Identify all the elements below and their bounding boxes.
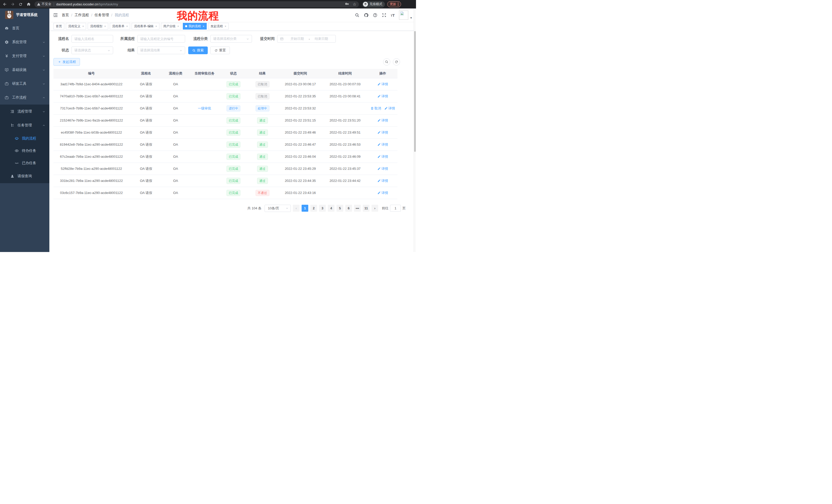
close-icon[interactable]: × [225,25,226,28]
detail-action[interactable]: 详情 [378,155,388,159]
start-date-placeholder[interactable]: 开始日期 [286,36,309,41]
hamburger-icon[interactable] [53,12,58,18]
address-bar[interactable]: 不安全 dashboard.yudao.iocoder.cn/bpm/task/… [34,1,359,7]
next-page-button[interactable]: › [371,205,378,212]
github-icon[interactable] [364,13,368,18]
tab-我的流程[interactable]: 我的流程× [183,23,206,30]
page-button-6[interactable]: 6 [345,205,352,212]
sidebar-item-流程管理[interactable]: 流程管理 [0,105,49,118]
detail-action[interactable]: 详情 [378,191,388,195]
tab-首页[interactable]: 首页 [53,23,64,30]
refresh-table-button[interactable] [393,58,400,65]
sidebar-item-支付管理[interactable]: 支付管理 [0,49,49,63]
prev-page-button[interactable]: ‹ [293,205,300,212]
cell-current-task [188,138,220,150]
eye-open-icon [15,149,19,153]
pagination: 共 104 条 10条/页 ‹ 123456•••11 › 前往 页 [53,205,406,212]
close-icon[interactable]: × [155,25,157,28]
tab-发起流程[interactable]: 发起流程× [208,23,229,30]
search-icon[interactable] [355,13,359,18]
cell-status: 已完成 [220,187,246,199]
help-icon[interactable] [373,13,378,18]
detail-action[interactable]: 详情 [384,106,395,111]
browser-home-icon[interactable] [25,1,32,8]
tab-label: 流程模型 [90,24,102,29]
fullscreen-icon[interactable] [382,13,386,18]
category-select[interactable]: 请选择流程分类 [210,35,252,43]
sidebar-item-请假查询[interactable]: 请假查询 [0,169,49,183]
detail-action[interactable]: 详情 [378,142,388,147]
page-button-1[interactable]: 1 [302,205,308,212]
cell-current-task [188,150,220,163]
breadcrumb-item[interactable]: 首页 [62,13,69,18]
name-input[interactable] [72,35,113,43]
page-button-2[interactable]: 2 [310,205,317,212]
toggle-search-button[interactable] [383,58,390,65]
sidebar-item-研发工具[interactable]: 研发工具 [0,77,49,91]
scrollbar-thumb[interactable] [414,31,416,152]
tab-流程模型[interactable]: 流程模型× [88,23,108,30]
status-select[interactable]: 请选择状态 [72,47,113,54]
sidebar-item-任务管理[interactable]: 任务管理 [0,118,49,132]
name-input-field[interactable] [74,37,110,41]
more-pages-icon[interactable]: ••• [354,205,361,212]
bookmark-star-icon[interactable]: ☆ [353,2,356,7]
sidebar-item-工作流程[interactable]: 工作流程 [0,91,49,105]
goto-page-input[interactable] [390,205,401,212]
close-icon[interactable]: × [126,25,128,28]
cancel-action[interactable]: 取消 [370,106,381,111]
scrollbar[interactable] [414,8,416,252]
breadcrumb-item[interactable]: 任务管理 [95,13,109,18]
cell-submit-time: 2022-01-22 23:53:32 [279,102,322,114]
close-icon[interactable]: × [82,25,84,28]
search-button[interactable]: 搜索 [188,47,208,54]
tab-流程表单-编辑[interactable]: 流程表单-编辑× [132,23,159,30]
process-input[interactable] [137,35,185,43]
sidebar-item-系统管理[interactable]: 系统管理 [0,35,49,49]
cell-id: 2152467e-7b9b-11ec-9a1b-acde48001122 [53,114,129,127]
detail-action[interactable]: 详情 [378,178,388,183]
page-button-5[interactable]: 5 [337,205,343,212]
detail-action[interactable]: 详情 [378,94,388,99]
close-icon[interactable]: × [203,25,204,28]
reset-button[interactable]: 重置 [210,47,230,54]
detail-action[interactable]: 详情 [378,130,388,135]
date-range-picker[interactable]: 开始日期 - 结束日期 [277,35,336,43]
page-size-select[interactable]: 10条/页 [265,205,291,212]
cell-process-name: OA 请假 [129,187,163,199]
process-input-field[interactable] [140,37,182,41]
tab-流程表单[interactable]: 流程表单× [110,23,130,30]
browser-forward-icon[interactable] [9,1,16,8]
key-icon[interactable] [345,2,349,7]
result-select[interactable]: 请选择流结果 [137,47,185,54]
sidebar-item-我的流程[interactable]: 我的流程 [0,132,49,145]
sidebar-item-待办任务[interactable]: 待办任务 [0,145,49,157]
user-menu[interactable]: ▼ [399,10,412,20]
tab-流程定义[interactable]: 流程定义× [66,23,86,30]
logo-row[interactable]: 芋道管理系统 [0,8,49,21]
detail-action[interactable]: 详情 [378,166,388,171]
sidebar-item-基础设施[interactable]: 基础设施 [0,63,49,77]
task-link[interactable]: 一级审批 [198,106,211,111]
close-icon[interactable]: × [104,25,106,28]
browser-menu-icon[interactable] [398,3,398,6]
end-date-placeholder[interactable]: 结束日期 [310,36,333,41]
browser-back-icon[interactable] [1,1,8,8]
browser-reload-icon[interactable] [17,1,24,8]
page-button-3[interactable]: 3 [319,205,326,212]
chevron-down-icon [43,82,45,85]
page-button-4[interactable]: 4 [328,205,335,212]
create-process-button[interactable]: ＋ 发起流程 [53,58,80,66]
close-icon[interactable]: × [177,25,179,28]
breadcrumb-item[interactable]: 工作流程 [75,13,89,18]
detail-action[interactable]: 详情 [378,82,388,87]
sidebar-item-首页[interactable]: 首页 [0,21,49,35]
detail-action[interactable]: 详情 [378,118,388,123]
filter-row-2: 状态 请选择状态 结果 请选择流结果 搜索 [53,47,412,54]
sidebar-item-已办任务[interactable]: 已办任务 [0,157,49,169]
page-button-11[interactable]: 11 [363,205,369,212]
security-chip[interactable]: 不安全 [37,2,51,6]
font-size-icon[interactable]: TT [391,13,395,18]
tab-用户分组[interactable]: 用户分组× [161,23,181,30]
browser-update-button[interactable]: 更新 [387,1,401,7]
